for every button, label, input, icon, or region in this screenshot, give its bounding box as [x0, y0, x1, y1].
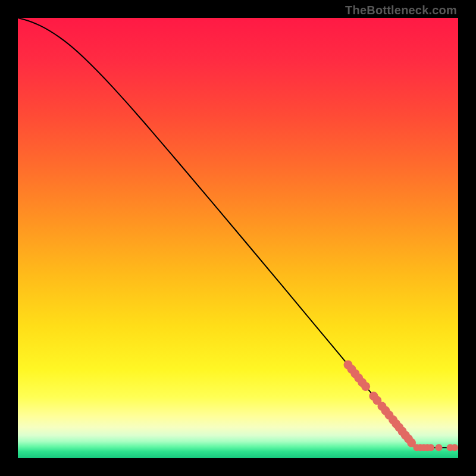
data-marker: [361, 382, 370, 391]
data-marker: [451, 444, 458, 451]
chart-curve-layer: [18, 18, 458, 458]
watermark-label: TheBottleneck.com: [345, 4, 457, 17]
plot-area: [18, 18, 458, 458]
data-marker: [427, 444, 434, 451]
data-marker: [435, 444, 442, 451]
bottleneck-curve: [18, 18, 458, 447]
data-markers: [344, 361, 459, 452]
